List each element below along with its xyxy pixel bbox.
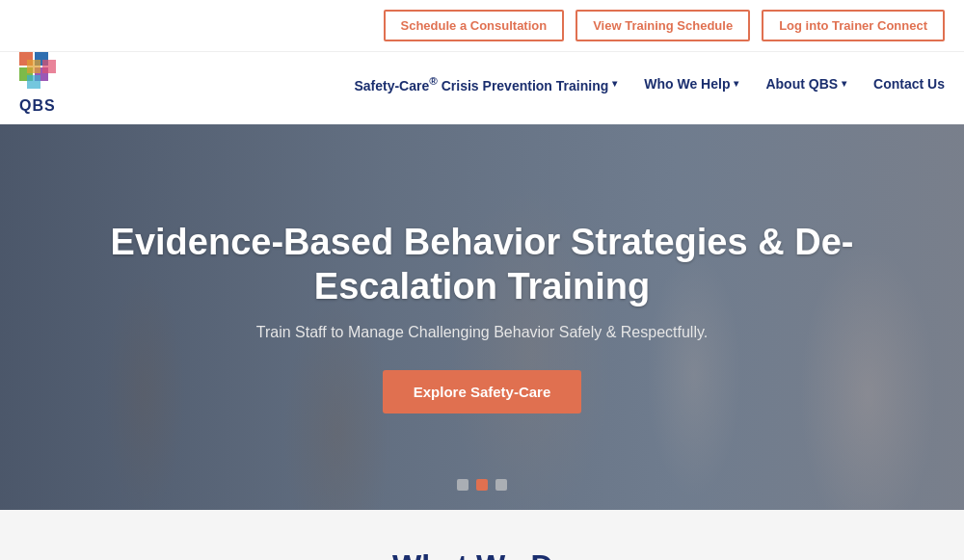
- header-top-bar: Schedule a Consultation View Training Sc…: [0, 0, 964, 52]
- chevron-down-icon: ▾: [734, 78, 738, 89]
- nav-who-we-help-label: Who We Help: [644, 76, 730, 92]
- site-header: Schedule a Consultation View Training Sc…: [0, 0, 964, 124]
- carousel-dot-3[interactable]: [495, 479, 507, 491]
- carousel-dots: [457, 479, 507, 491]
- nav-item-about-qbs[interactable]: About QBS ▾: [765, 76, 846, 92]
- what-we-do-section: What We Do: [0, 510, 964, 560]
- svg-rect-4: [27, 60, 40, 73]
- nav-safety-care-label: Safety-Care® Crisis Prevention Training: [354, 74, 608, 93]
- hero-content: Evidence-Based Behavior Strategies & De-…: [48, 221, 916, 413]
- hero-cta-button[interactable]: Explore Safety-Care: [383, 370, 582, 413]
- svg-rect-5: [27, 75, 40, 89]
- view-training-schedule-button[interactable]: View Training Schedule: [576, 10, 750, 41]
- logo[interactable]: QBS: [19, 52, 67, 115]
- chevron-down-icon: ▾: [612, 78, 617, 89]
- what-we-do-title: What We Do: [19, 548, 945, 560]
- chevron-down-icon: ▾: [842, 78, 846, 89]
- hero-section: Evidence-Based Behavior Strategies & De-…: [0, 124, 964, 510]
- nav-item-contact-us[interactable]: Contact Us: [873, 76, 945, 92]
- hero-subtitle: Train Staff to Manage Challenging Behavi…: [106, 324, 858, 341]
- nav-about-qbs-label: About QBS: [765, 76, 838, 92]
- carousel-dot-1[interactable]: [457, 479, 469, 491]
- qbs-logo-icon: [19, 52, 67, 95]
- nav-item-who-we-help[interactable]: Who We Help ▾: [644, 76, 738, 92]
- nav-contact-us-label: Contact Us: [873, 76, 945, 92]
- svg-rect-6: [42, 60, 56, 73]
- carousel-dot-2[interactable]: [476, 479, 488, 491]
- nav-item-safety-care[interactable]: Safety-Care® Crisis Prevention Training …: [354, 74, 617, 93]
- login-trainer-connect-button[interactable]: Log into Trainer Connect: [762, 10, 945, 41]
- schedule-consultation-button[interactable]: Schedule a Consultation: [384, 10, 565, 41]
- logo-text: QBS: [19, 97, 56, 115]
- header-nav-bar: QBS Safety-Care® Crisis Prevention Train…: [0, 52, 964, 124]
- main-nav: Safety-Care® Crisis Prevention Training …: [354, 74, 945, 93]
- hero-title: Evidence-Based Behavior Strategies & De-…: [106, 221, 858, 308]
